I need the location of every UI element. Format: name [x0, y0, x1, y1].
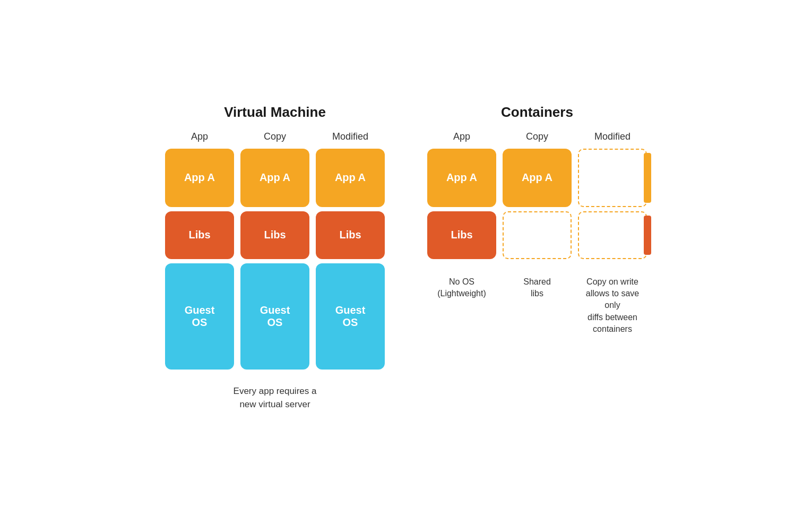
containers-bottom-labels: No OS(Lightweight) Sharedlibs Copy on wr… — [427, 276, 647, 336]
vm-col-copy: Copy App A Libs GuestOS — [240, 131, 309, 374]
vm-col-app: App App A Libs GuestOS — [165, 131, 234, 374]
vm-col-copy-label: Copy — [264, 131, 286, 142]
vm-col-modified-label: Modified — [332, 131, 368, 142]
vm-footnote: Every app requires anew virtual server — [234, 384, 317, 411]
containers-col-app: App App A Libs — [427, 131, 496, 263]
containers-col-copy: Copy App A — [503, 131, 572, 259]
vm-col-app-label: App — [191, 131, 208, 142]
vm-guest-os-3: GuestOS — [316, 263, 385, 370]
vm-app-a-1: App A — [165, 149, 234, 207]
vm-app-a-3: App A — [316, 149, 385, 207]
vm-col-modified: Modified App A Libs GuestOS — [316, 131, 385, 374]
containers-columns: App App A Libs Copy App A Modified — [427, 131, 647, 263]
vm-libs-1: Libs — [165, 211, 234, 259]
containers-app-a-2: App A — [503, 149, 572, 207]
containers-libs-1: Libs — [427, 211, 496, 259]
containers-orange-bar-top — [644, 153, 651, 203]
containers-col-app-label: App — [453, 131, 470, 142]
containers-title: Containers — [501, 104, 573, 121]
containers-modified-libs-dashed — [578, 211, 647, 259]
vm-section: Virtual Machine App App A Libs GuestOS C… — [165, 104, 385, 411]
containers-modified-app-dashed — [578, 149, 647, 207]
vm-libs-3: Libs — [316, 211, 385, 259]
vm-app-a-2: App A — [240, 149, 309, 207]
containers-col-modified: Modified — [578, 131, 647, 259]
containers-modified-app-wrapper — [578, 149, 647, 207]
vm-title: Virtual Machine — [224, 104, 326, 121]
containers-orange-bar-bottom — [644, 216, 651, 255]
containers-modified-libs-wrapper — [578, 211, 647, 259]
vm-guest-os-1: GuestOS — [165, 263, 234, 370]
vm-libs-2: Libs — [240, 211, 309, 259]
containers-label-shared-libs: Sharedlibs — [503, 276, 572, 300]
containers-col-copy-label: Copy — [526, 131, 548, 142]
containers-col-modified-label: Modified — [594, 131, 630, 142]
containers-section: Containers App App A Libs Copy App A Mod… — [427, 104, 647, 336]
main-container: Virtual Machine App App A Libs GuestOS C… — [144, 83, 668, 433]
containers-label-copy-on-write: Copy on writeallows to save onlydiffs be… — [578, 276, 647, 336]
containers-app-a-1: App A — [427, 149, 496, 207]
vm-guest-os-2: GuestOS — [240, 263, 309, 370]
containers-libs-dashed — [503, 211, 572, 259]
vm-columns: App App A Libs GuestOS Copy App A Libs G… — [165, 131, 385, 374]
containers-label-no-os: No OS(Lightweight) — [427, 276, 496, 300]
